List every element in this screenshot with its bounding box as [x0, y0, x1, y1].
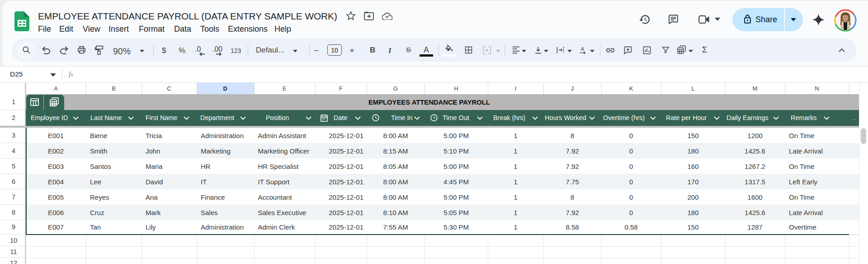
svg-text:A: A — [581, 46, 585, 51]
